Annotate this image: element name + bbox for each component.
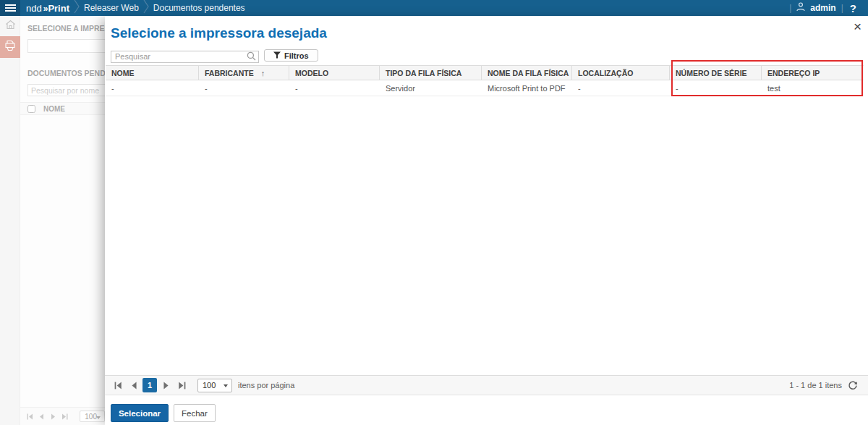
column-header-localizacao[interactable]: LOCALIZAÇÃO	[572, 66, 670, 80]
pager-range-label: 1 - 1 de 1 itens	[789, 381, 842, 390]
last-page-icon[interactable]	[61, 411, 68, 421]
sidebar-item-home[interactable]	[0, 16, 20, 36]
sidebar-page-size-value: 100	[85, 413, 97, 421]
breadcrumb-releaser-web[interactable]: Releaser Web	[84, 3, 139, 13]
prev-page-icon[interactable]	[127, 378, 141, 392]
app-logo: ndd » Print	[26, 3, 69, 14]
sidebar: SELECIONE A IMPRESSO DOCUMENTOS PENDENT …	[0, 16, 105, 425]
modal-pagination: 1 100 itens por página 1 - 1 de 1 itens	[105, 375, 868, 395]
document-search-input[interactable]	[27, 84, 105, 96]
page-size-select[interactable]: 100	[197, 379, 232, 392]
column-header-modelo[interactable]: MODELO	[289, 66, 380, 80]
printer-select-modal: × Selecione a impressora desejada Filtro…	[105, 16, 868, 425]
filters-button-label: Filtros	[284, 51, 309, 60]
cell-nome-da-fila-fisica: Microsoft Print to PDF	[482, 80, 572, 96]
user-menu[interactable]: admin	[810, 3, 835, 13]
user-icon	[796, 1, 805, 14]
breadcrumb-chevron-icon	[74, 0, 80, 17]
first-page-icon[interactable]	[111, 378, 125, 392]
topbar-right: | admin | ?	[789, 1, 868, 14]
sidebar-panel-title: SELECIONE A IMPRESSO	[27, 24, 105, 33]
print-release-icon	[4, 40, 16, 54]
sort-asc-icon: ↑	[261, 69, 265, 77]
column-header-fabricante[interactable]: FABRICANTE↑	[199, 66, 289, 80]
printer-filter-input[interactable]	[27, 39, 105, 53]
items-per-page-label: itens por página	[238, 381, 294, 390]
column-header-numero-de-serie[interactable]: NÚMERO DE SÉRIE	[670, 66, 762, 80]
logo-name: Print	[48, 3, 69, 14]
cell-numero-de-serie: -	[670, 80, 762, 96]
separator: |	[789, 3, 791, 13]
printer-search-input[interactable]	[111, 51, 259, 63]
column-header-tipo-da-fila-fisica[interactable]: TIPO DA FILA FÍSICA	[380, 66, 482, 80]
sidebar-pagination: 100	[20, 407, 105, 425]
sidebar-page-size-select[interactable]: 100	[80, 411, 105, 422]
search-icon	[247, 51, 256, 64]
printer-table-header: NOME FABRICANTE↑ MODELO TIPO DA FILA FÍS…	[106, 65, 864, 80]
home-icon	[5, 20, 16, 33]
logo-prefix: ndd	[26, 3, 42, 14]
column-header-nome[interactable]: NOME	[106, 66, 199, 80]
documents-table-header: NOME	[20, 102, 105, 115]
page-size-value: 100	[203, 381, 216, 390]
chevron-down-icon	[96, 416, 101, 419]
page-1-button[interactable]: 1	[142, 378, 157, 392]
cell-modelo: -	[289, 80, 380, 96]
select-button[interactable]: Selecionar	[111, 404, 169, 422]
help-button[interactable]: ?	[848, 2, 858, 14]
close-icon[interactable]: ×	[854, 20, 861, 33]
table-row[interactable]: - - - Servidor Microsoft Print to PDF - …	[106, 80, 864, 96]
cell-fabricante: -	[199, 80, 289, 96]
app-root: ndd » Print Releaser Web Documentos pend…	[0, 0, 868, 425]
cell-nome: -	[106, 80, 199, 96]
refresh-icon[interactable]	[848, 380, 858, 390]
select-all-checkbox[interactable]	[27, 105, 35, 113]
filters-button[interactable]: Filtros	[264, 49, 318, 62]
modal-toolbar: Filtros	[111, 49, 318, 62]
next-page-icon[interactable]	[158, 378, 173, 392]
logo-mark: »	[43, 4, 48, 14]
column-header-nome-da-fila-fisica[interactable]: NOME DA FILA FÍSICA	[482, 66, 572, 80]
breadcrumb-chevron-icon	[143, 0, 149, 17]
modal-title: Selecione a impressora desejada	[111, 25, 327, 41]
modal-footer: Selecionar Fechar	[111, 404, 216, 422]
printer-table: NOME FABRICANTE↑ MODELO TIPO DA FILA FÍS…	[106, 65, 864, 96]
printer-search	[111, 49, 259, 62]
last-page-icon[interactable]	[174, 378, 189, 392]
breadcrumb-documentos-pendentes: Documentos pendentes	[153, 3, 245, 13]
pending-documents-title: DOCUMENTOS PENDENT	[27, 69, 105, 77]
menu-icon[interactable]	[0, 0, 20, 16]
sidebar-item-pending-documents[interactable]	[0, 36, 20, 58]
sidebar-rail	[0, 16, 20, 425]
column-header-endereco-ip[interactable]: ENDEREÇO IP	[762, 66, 864, 80]
filter-icon	[273, 51, 281, 60]
prev-page-icon[interactable]	[38, 411, 46, 421]
topbar: ndd » Print Releaser Web Documentos pend…	[0, 0, 868, 16]
next-page-icon[interactable]	[50, 411, 57, 421]
cell-localizacao: -	[572, 80, 670, 96]
sidebar-panel: SELECIONE A IMPRESSO DOCUMENTOS PENDENT …	[20, 16, 105, 425]
cell-tipo-da-fila-fisica: Servidor	[380, 80, 482, 96]
cell-endereco-ip: test	[762, 80, 864, 96]
pager-right: 1 - 1 de 1 itens	[789, 380, 858, 390]
close-button[interactable]: Fechar	[174, 404, 216, 422]
separator: |	[841, 3, 843, 13]
chevron-down-icon	[224, 384, 228, 387]
first-page-icon[interactable]	[27, 411, 34, 421]
documents-column-nome[interactable]: NOME	[43, 105, 65, 113]
